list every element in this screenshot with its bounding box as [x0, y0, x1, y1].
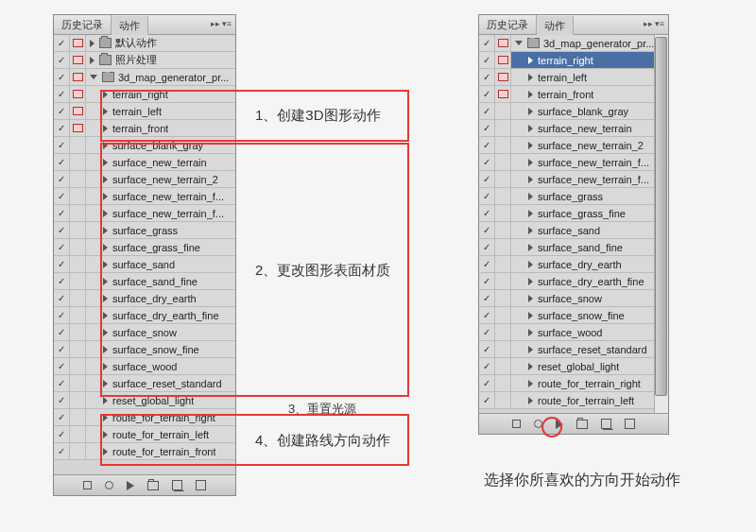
action-row[interactable]: ✓surface_blank_gray — [54, 137, 235, 154]
dialog-toggle[interactable] — [495, 137, 511, 153]
dialog-toggle[interactable] — [495, 324, 511, 340]
delete-button[interactable] — [196, 480, 206, 490]
toggle-checkbox[interactable]: ✓ — [54, 205, 70, 221]
action-row[interactable]: ✓surface_grass_fine — [479, 205, 668, 222]
expand-icon[interactable] — [528, 397, 533, 404]
action-row[interactable]: ✓surface_grass — [479, 188, 668, 205]
dialog-toggle[interactable] — [70, 290, 86, 306]
expand-icon[interactable] — [528, 210, 533, 217]
toggle-checkbox[interactable]: ✓ — [479, 375, 495, 391]
action-row[interactable]: ✓surface_snow — [479, 290, 668, 307]
toggle-checkbox[interactable]: ✓ — [54, 188, 70, 204]
dialog-toggle[interactable] — [70, 35, 86, 51]
dialog-toggle[interactable] — [70, 409, 86, 425]
new-set-button[interactable] — [147, 481, 159, 490]
action-row[interactable]: ✓surface_sand — [54, 256, 235, 273]
action-row[interactable]: ✓surface_new_terrain — [54, 154, 235, 171]
record-button[interactable] — [534, 420, 542, 428]
action-row[interactable]: ✓surface_blank_gray — [479, 103, 668, 120]
stop-button[interactable] — [512, 420, 521, 428]
panel-menu[interactable]: ▸▸▾≡ — [211, 19, 232, 28]
action-row[interactable]: ✓surface_reset_standard — [479, 341, 668, 358]
toggle-checkbox[interactable]: ✓ — [479, 358, 495, 374]
action-row[interactable]: ✓route_for_terrain_right — [479, 375, 668, 392]
expand-icon[interactable] — [103, 397, 108, 404]
action-row[interactable]: ✓surface_new_terrain_f... — [54, 205, 235, 222]
tab-actions[interactable]: 动作 — [537, 16, 574, 35]
dialog-toggle[interactable] — [70, 205, 86, 221]
expand-icon[interactable] — [103, 278, 108, 285]
expand-icon[interactable] — [528, 159, 533, 166]
expand-icon[interactable] — [103, 210, 108, 217]
expand-icon[interactable] — [103, 448, 108, 455]
action-row[interactable]: ✓surface_reset_standard — [54, 375, 235, 392]
dialog-toggle[interactable] — [495, 222, 511, 238]
action-row[interactable]: ✓surface_sand_fine — [479, 239, 668, 256]
expand-icon[interactable] — [103, 227, 108, 234]
toggle-checkbox[interactable]: ✓ — [54, 120, 70, 136]
action-row[interactable]: ✓route_for_terrain_left — [54, 426, 235, 443]
toggle-checkbox[interactable]: ✓ — [479, 69, 495, 85]
dialog-toggle[interactable] — [70, 188, 86, 204]
action-row[interactable]: ✓terrain_left — [54, 103, 235, 120]
action-row[interactable]: ✓surface_snow — [54, 324, 235, 341]
expand-icon[interactable] — [528, 261, 533, 268]
dialog-toggle[interactable] — [70, 375, 86, 391]
action-row[interactable]: ✓reset_global_light — [54, 392, 235, 409]
action-row[interactable]: ✓surface_dry_earth_fine — [479, 273, 668, 290]
expand-icon[interactable] — [528, 312, 533, 319]
expand-icon[interactable] — [90, 75, 97, 79]
action-row[interactable]: ✓surface_sand — [479, 222, 668, 239]
dialog-toggle[interactable] — [70, 222, 86, 238]
dialog-toggle[interactable] — [70, 324, 86, 340]
dialog-toggle[interactable] — [70, 52, 86, 68]
toggle-checkbox[interactable]: ✓ — [479, 205, 495, 221]
toggle-checkbox[interactable]: ✓ — [479, 137, 495, 153]
dialog-toggle[interactable] — [495, 69, 511, 85]
action-row[interactable]: ✓3d_map_generator_pr... — [54, 69, 235, 86]
expand-icon[interactable] — [103, 312, 108, 319]
action-row[interactable]: ✓surface_sand_fine — [54, 273, 235, 290]
expand-icon[interactable] — [528, 142, 533, 149]
toggle-checkbox[interactable]: ✓ — [479, 324, 495, 340]
action-row[interactable]: ✓surface_wood — [479, 324, 668, 341]
dialog-toggle[interactable] — [70, 341, 86, 357]
toggle-checkbox[interactable]: ✓ — [54, 392, 70, 408]
toggle-checkbox[interactable]: ✓ — [54, 256, 70, 272]
action-row[interactable]: ✓terrain_front — [479, 86, 668, 103]
toggle-checkbox[interactable]: ✓ — [54, 341, 70, 357]
expand-icon[interactable] — [103, 431, 108, 438]
action-row[interactable]: ✓surface_new_terrain_2 — [54, 171, 235, 188]
dialog-toggle[interactable] — [495, 188, 511, 204]
dialog-toggle[interactable] — [70, 171, 86, 187]
expand-icon[interactable] — [515, 41, 523, 45]
action-row[interactable]: ✓surface_snow_fine — [54, 341, 235, 358]
toggle-checkbox[interactable]: ✓ — [54, 426, 70, 442]
toggle-checkbox[interactable]: ✓ — [479, 307, 495, 323]
expand-icon[interactable] — [103, 193, 108, 200]
expand-icon[interactable] — [528, 363, 533, 370]
toggle-checkbox[interactable]: ✓ — [479, 103, 495, 119]
action-row[interactable]: ✓route_for_terrain_front — [54, 443, 235, 460]
action-row[interactable]: ✓terrain_right — [54, 86, 235, 103]
delete-button[interactable] — [625, 419, 635, 429]
new-set-button[interactable] — [576, 420, 588, 429]
new-action-button[interactable] — [172, 480, 182, 490]
expand-icon[interactable] — [103, 329, 108, 336]
expand-icon[interactable] — [103, 363, 108, 370]
toggle-checkbox[interactable]: ✓ — [479, 86, 495, 102]
dialog-toggle[interactable] — [70, 103, 86, 119]
toggle-checkbox[interactable]: ✓ — [54, 35, 70, 51]
expand-icon[interactable] — [103, 244, 108, 251]
tab-history[interactable]: 历史记录 — [54, 15, 112, 34]
dialog-toggle[interactable] — [495, 35, 511, 51]
action-row[interactable]: ✓terrain_right — [479, 52, 668, 69]
expand-icon[interactable] — [528, 227, 533, 234]
action-row[interactable]: ✓surface_grass — [54, 222, 235, 239]
toggle-checkbox[interactable]: ✓ — [54, 154, 70, 170]
dialog-toggle[interactable] — [70, 392, 86, 408]
action-row[interactable]: ✓surface_dry_earth_fine — [54, 307, 235, 324]
play-button[interactable] — [556, 420, 563, 429]
expand-icon[interactable] — [528, 380, 533, 387]
action-row[interactable]: ✓surface_dry_earth — [479, 256, 668, 273]
